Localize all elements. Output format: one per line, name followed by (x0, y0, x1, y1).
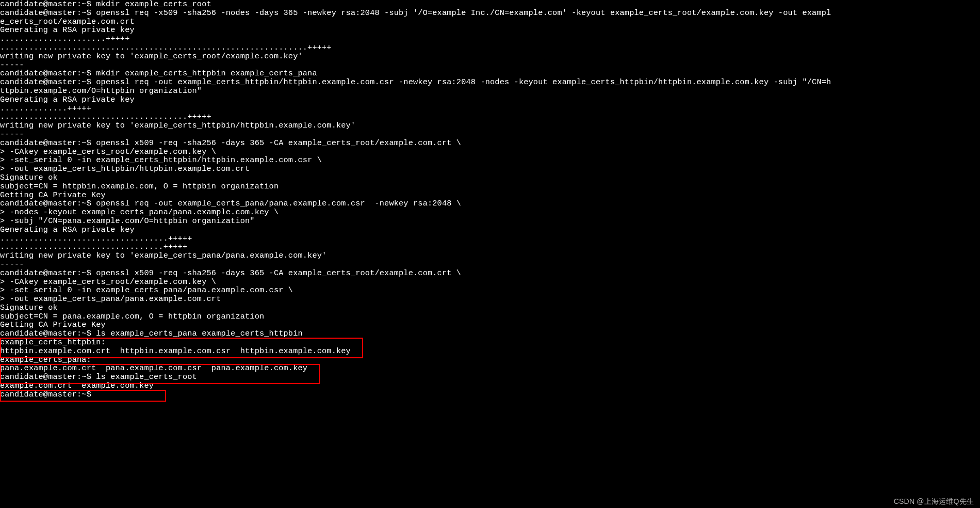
terminal-line: httpbin.example.com.crt httpbin.example.… (0, 347, 980, 356)
terminal-line: e_certs_root/example.com.crt (0, 18, 980, 26)
terminal-line: writing new private key to 'example_cert… (0, 121, 980, 130)
terminal-line: > -out example_certs_httpbin/httpbin.exa… (0, 165, 980, 173)
terminal-line: ........................................… (0, 43, 980, 52)
terminal-line: > -nodes -keyout example_certs_pana/pana… (0, 208, 980, 217)
terminal-line: > -subj "/CN=pana.example.com/O=httpbin … (0, 217, 980, 226)
terminal-line: candidate@master:~$ (0, 390, 980, 399)
terminal-line: candidate@master:~$ ls example_certs_roo… (0, 373, 980, 382)
terminal-line: example_certs_pana: (0, 356, 980, 364)
terminal-line: Generating a RSA private key (0, 96, 980, 104)
terminal-line: ----- (0, 61, 980, 70)
terminal-line: candidate@master:~$ openssl x509 -req -s… (0, 269, 980, 278)
terminal-line: writing new private key to 'example_cert… (0, 52, 980, 61)
terminal-line: Getting CA Private Key (0, 321, 980, 329)
terminal-line: candidate@master:~$ openssl req -out exa… (0, 78, 980, 87)
terminal-line: Generating a RSA private key (0, 226, 980, 234)
terminal-line: Signature ok (0, 304, 980, 312)
terminal-line: ----- (0, 130, 980, 139)
terminal-line: example.com.crt example.com.key (0, 382, 980, 390)
terminal-line: candidate@master:~$ mkdir example_certs_… (0, 69, 980, 78)
terminal-line: > -CAkey example_certs_root/example.com.… (0, 148, 980, 156)
terminal-line: Generating a RSA private key (0, 26, 980, 35)
terminal-line: candidate@master:~$ openssl req -out exa… (0, 199, 980, 208)
terminal-line: candidate@master:~$ ls example_certs_pan… (0, 329, 980, 338)
terminal-line: pana.example.com.crt pana.example.com.cs… (0, 364, 980, 373)
terminal-line: subject=CN = httpbin.example.com, O = ht… (0, 182, 980, 191)
terminal-line: .......................................+… (0, 113, 980, 121)
terminal-line: > -set_serial 0 -in example_certs_httpbi… (0, 156, 980, 165)
terminal-line: candidate@master:~$ openssl x509 -req -s… (0, 139, 980, 148)
terminal-output[interactable]: candidate@master:~$ mkdir example_certs_… (0, 0, 980, 399)
terminal-line: Getting CA Private Key (0, 191, 980, 200)
terminal-line: ..............+++++ (0, 104, 980, 113)
terminal-line: writing new private key to 'example_cert… (0, 251, 980, 260)
terminal-line: ----- (0, 260, 980, 269)
terminal-line: ttpbin.example.com/O=httpbin organizatio… (0, 87, 980, 96)
terminal-line: candidate@master:~$ openssl req -x509 -s… (0, 9, 980, 18)
terminal-line: > -set_serial 0 -in example_certs_pana/p… (0, 286, 980, 295)
watermark: CSDN @上海运维Q先生 (894, 497, 974, 506)
terminal-line: ..................................+++++ (0, 243, 980, 251)
terminal-line: > -out example_certs_pana/pana.example.c… (0, 295, 980, 304)
terminal-line: ......................+++++ (0, 35, 980, 43)
terminal-line: example_certs_httpbin: (0, 338, 980, 347)
terminal-line: > -CAkey example_certs_root/example.com.… (0, 278, 980, 287)
terminal-line: ...................................+++++ (0, 234, 980, 243)
terminal-line: candidate@master:~$ mkdir example_certs_… (0, 0, 980, 9)
terminal-line: subject=CN = pana.example.com, O = httpb… (0, 312, 980, 321)
terminal-line: Signature ok (0, 173, 980, 182)
